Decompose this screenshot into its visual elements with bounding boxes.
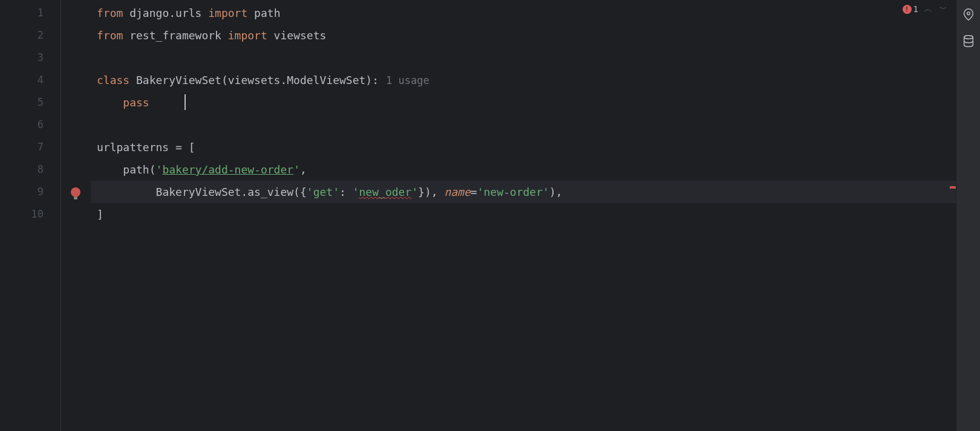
- line-number: 10: [0, 203, 60, 225]
- annotation-column: [60, 0, 91, 431]
- line-number: 1: [0, 2, 60, 24]
- notifications-icon[interactable]: [961, 7, 976, 22]
- line-number: 6: [0, 114, 60, 136]
- next-error-icon[interactable]: ﹀: [938, 4, 949, 15]
- url-route-link[interactable]: bakery/add-new-order: [162, 163, 293, 176]
- intention-bulb-icon[interactable]: [71, 187, 80, 197]
- error-count: 1: [913, 4, 918, 14]
- database-icon[interactable]: [961, 34, 976, 48]
- error-count-badge[interactable]: ! 1: [903, 4, 918, 14]
- line-number: 9: [0, 181, 60, 203]
- right-tool-rail: [956, 0, 980, 431]
- code-line[interactable]: class BakeryViewSet(viewsets.ModelViewSe…: [91, 69, 956, 91]
- line-number: 7: [0, 136, 60, 158]
- code-line[interactable]: urlpatterns = [: [91, 136, 956, 158]
- typo-underline[interactable]: new_oder: [359, 186, 412, 198]
- text-caret: [185, 94, 186, 110]
- svg-point-0: [967, 12, 970, 15]
- code-line[interactable]: pass: [91, 91, 956, 114]
- error-stripe-marker[interactable]: [950, 186, 956, 189]
- error-icon: !: [903, 5, 912, 14]
- svg-point-1: [964, 36, 973, 39]
- inspection-widget[interactable]: ! 1 ︿ ﹀: [903, 4, 949, 15]
- code-line[interactable]: from rest_framework import viewsets: [91, 24, 956, 47]
- usage-hint[interactable]: 1 usage: [379, 74, 430, 86]
- code-line[interactable]: [91, 47, 956, 69]
- code-line[interactable]: ]: [91, 203, 956, 225]
- line-number-gutter: 1 2 3 4 5 6 7 8 9 10: [0, 0, 60, 431]
- code-line[interactable]: [91, 114, 956, 136]
- prev-error-icon[interactable]: ︿: [923, 4, 933, 15]
- code-editor[interactable]: 1 2 3 4 5 6 7 8 9 10 ! 1 ︿ ﹀ from django…: [0, 0, 956, 431]
- code-line[interactable]: from django.urls import path: [91, 2, 956, 24]
- line-number: 3: [0, 47, 60, 69]
- line-number: 4: [0, 69, 60, 91]
- code-line-active[interactable]: BakeryViewSet.as_view({'get': 'new_oder'…: [91, 181, 956, 203]
- code-area[interactable]: ! 1 ︿ ﹀ from django.urls import path fro…: [91, 0, 956, 431]
- line-number: 5: [0, 91, 60, 114]
- code-line[interactable]: path('bakery/add-new-order',: [91, 158, 956, 181]
- line-number: 8: [0, 158, 60, 181]
- line-number: 2: [0, 24, 60, 47]
